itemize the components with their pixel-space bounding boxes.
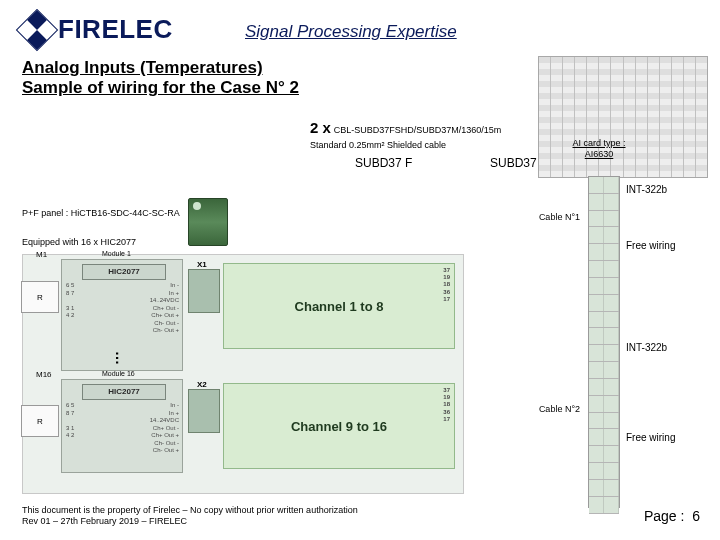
channel-band-1: Channel 1 to 8 37 19 18 36 17 xyxy=(223,263,455,349)
hic-chip-1: HIC2077 xyxy=(82,264,166,280)
module-16-tag: M16 xyxy=(36,370,52,379)
page-number: Page : 6 xyxy=(644,508,700,524)
brand-logo: FIRELEC xyxy=(22,14,173,45)
title-line-1: Analog Inputs (Temperatures) xyxy=(22,58,263,77)
title-line-2: Sample of wiring for the Case N° 2 xyxy=(22,78,299,97)
terminal-column xyxy=(588,176,620,508)
connector-x1: X1 xyxy=(188,269,220,313)
sensor-bottom: R xyxy=(21,405,59,437)
channel-band-1-label: Channel 1 to 8 xyxy=(295,299,384,314)
module-16-title: Module 16 xyxy=(102,370,135,377)
pf-panel-info: P+F panel : HiCTB16-SDC-44C-SC-RA Equipp… xyxy=(22,206,180,249)
free-wiring-label-2: Free wiring xyxy=(626,432,706,443)
int-card-label-1: INT-322b xyxy=(626,184,706,195)
channel-band-2-label: Channel 9 to 16 xyxy=(291,419,387,434)
cable-part-number: CBL-SUBD37FSHD/SUBD37M/1360/15m xyxy=(334,125,502,135)
cable-spec: 2 x CBL-SUBD37FSHD/SUBD37M/1360/15m Stan… xyxy=(310,118,501,152)
module-1-tag: M1 xyxy=(36,250,47,259)
footer-disclaimer: This document is the property of Firelec… xyxy=(22,505,542,528)
module-1-title: Module 1 xyxy=(102,250,131,257)
int-card-label-2: INT-322b xyxy=(626,342,706,353)
page-label: Page : xyxy=(644,508,684,524)
free-wiring-label-1: Free wiring xyxy=(626,240,706,251)
connector-x1-tag: X1 xyxy=(197,260,207,269)
module-1-right-labels: In - In + 14..24VDC Ch+ Out - Ch+ Out + … xyxy=(150,282,179,335)
module-1-left-pins: 6 5 8 7 3 1 4 2 xyxy=(66,282,74,320)
cable-standard: Standard 0.25mm² Shielded cable xyxy=(310,140,446,150)
connector-x2-tag: X2 xyxy=(197,380,207,389)
logo-icon xyxy=(16,8,58,50)
cable-quantity: 2 x xyxy=(310,119,331,136)
module-16: M16 Module 16 HIC2077 6 5 8 7 3 1 4 2 In… xyxy=(61,379,183,473)
sensor-label: R xyxy=(37,293,43,302)
pf-device-photo xyxy=(188,198,228,246)
channel-band-2-pins: 37 19 18 36 17 xyxy=(443,387,450,423)
connector-x2: X2 xyxy=(188,389,220,433)
wiring-diagram: R R M1 Module 1 HIC2077 6 5 8 7 3 1 4 2 … xyxy=(22,254,464,494)
ellipsis-dots: … xyxy=(113,351,129,367)
pf-panel-model: P+F panel : HiCTB16-SDC-44C-SC-RA xyxy=(22,206,180,220)
cable-n2-label: Cable N°2 xyxy=(539,404,580,414)
sensor-top: R xyxy=(21,281,59,313)
channel-band-2: Channel 9 to 16 37 19 18 36 17 xyxy=(223,383,455,469)
module-16-right-labels: In - In + 14..24VDC Ch+ Out - Ch+ Out + … xyxy=(150,402,179,455)
pf-panel-equipped: Equipped with 16 x HIC2077 xyxy=(22,235,180,249)
connector-left-label: SUBD37 F xyxy=(355,156,412,170)
tagline: Signal Processing Expertise xyxy=(245,22,457,42)
ai-card-label: AI card type : AI6630 xyxy=(564,138,634,160)
rack-photo xyxy=(538,56,708,178)
hic-chip-16: HIC2077 xyxy=(82,384,166,400)
footer-line-2: Rev 01 – 27th February 2019 – FIRELEC xyxy=(22,516,542,528)
module-16-left-pins: 6 5 8 7 3 1 4 2 xyxy=(66,402,74,440)
sensor-label-2: R xyxy=(37,417,43,426)
footer-line-1: This document is the property of Firelec… xyxy=(22,505,542,517)
page-num: 6 xyxy=(692,508,700,524)
page-title: Analog Inputs (Temperatures) Sample of w… xyxy=(22,58,299,98)
cable-n1-label: Cable N°1 xyxy=(539,212,580,222)
brand-name: FIRELEC xyxy=(58,14,173,45)
channel-band-1-pins: 37 19 18 36 17 xyxy=(443,267,450,303)
